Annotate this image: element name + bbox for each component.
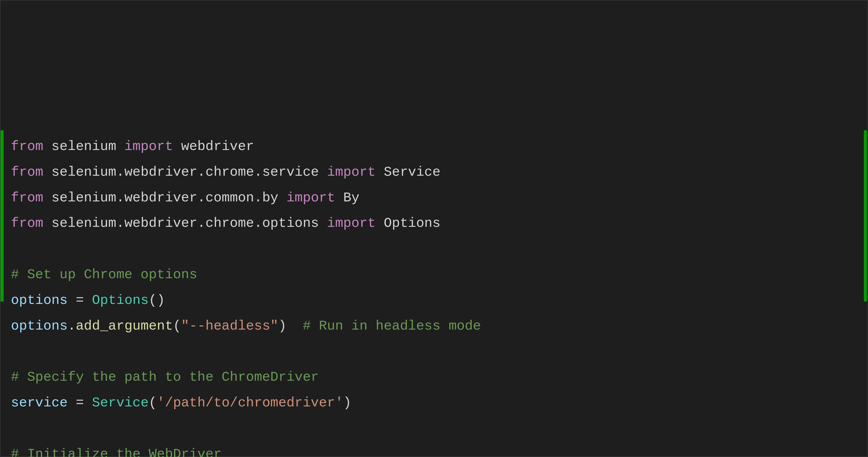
module-name: selenium.webdriver.chrome.options (52, 216, 319, 231)
variable: options (11, 319, 67, 334)
string-literal: '/path/to/chromedriver' (157, 395, 343, 411)
keyword-import: import (327, 216, 376, 231)
operator-assign: = (67, 395, 92, 411)
import-name: Options (384, 216, 440, 231)
code-line[interactable]: # Set up Chrome options (11, 262, 867, 288)
operator-assign: = (67, 293, 92, 308)
diff-marker-right (864, 130, 867, 301)
code-line[interactable]: # Specify the path to the ChromeDriver (11, 365, 867, 390)
method-name: add_argument (76, 319, 173, 334)
keyword-from: from (11, 216, 43, 231)
paren-open: ( (173, 319, 181, 334)
paren-open: ( (149, 293, 157, 308)
string-literal: "--headless" (181, 319, 278, 334)
comment: # Initialize the WebDriver (11, 447, 221, 457)
code-line[interactable]: from selenium.webdriver.chrome.service i… (11, 160, 867, 185)
module-name: selenium.webdriver.chrome.service (52, 165, 319, 180)
keyword-import: import (327, 165, 376, 180)
dot: . (67, 319, 75, 334)
code-line[interactable]: service = Service('/path/to/chromedriver… (11, 390, 867, 416)
code-line[interactable]: # Initialize the WebDriver (11, 442, 867, 457)
code-line[interactable]: options.add_argument("--headless") # Run… (11, 314, 867, 339)
paren-close: ) (343, 395, 351, 411)
code-line-blank[interactable] (11, 339, 867, 365)
module-name: selenium.webdriver.common.by (52, 190, 278, 205)
paren-open: ( (149, 395, 157, 411)
class-name: Options (92, 293, 149, 308)
comment: # Set up Chrome options (11, 267, 197, 282)
code-editor[interactable]: from selenium import webdriverfrom selen… (0, 0, 868, 457)
code-line[interactable]: from selenium.webdriver.common.by import… (11, 185, 867, 211)
comment: # Run in headless mode (303, 319, 481, 334)
paren-close: ) (278, 319, 286, 334)
variable: options (11, 293, 67, 308)
keyword-from: from (11, 190, 43, 205)
import-name: webdriver (181, 139, 254, 154)
keyword-import: import (124, 139, 173, 154)
module-name: selenium (52, 139, 116, 154)
code-line[interactable]: from selenium import webdriver (11, 134, 867, 160)
code-line-blank[interactable] (11, 236, 867, 262)
comment: # Specify the path to the ChromeDriver (11, 369, 319, 385)
import-name: By (343, 190, 359, 205)
code-line-blank[interactable] (11, 416, 867, 442)
keyword-from: from (11, 139, 43, 154)
code-line[interactable]: options = Options() (11, 288, 867, 314)
keyword-import: import (286, 190, 335, 205)
diff-marker-left (1, 130, 4, 301)
class-name: Service (92, 395, 149, 411)
variable: service (11, 395, 67, 411)
import-name: Service (384, 165, 440, 180)
paren-close: ) (157, 293, 165, 308)
code-line[interactable]: from selenium.webdriver.chrome.options i… (11, 211, 867, 236)
keyword-from: from (11, 165, 43, 180)
